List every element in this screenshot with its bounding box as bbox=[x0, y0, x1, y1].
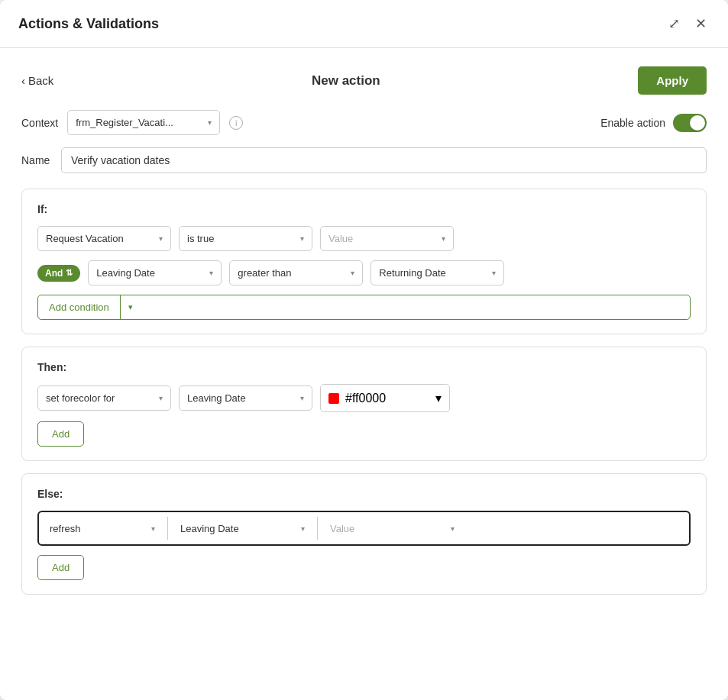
if-value-2-value: Returning Date bbox=[379, 267, 445, 279]
and-arrows-icon: ⇅ bbox=[66, 268, 73, 278]
then-field-select[interactable]: Leaving Date ▾ bbox=[179, 385, 312, 411]
and-label: And bbox=[45, 268, 63, 279]
chevron-down-icon: ▾ bbox=[435, 391, 442, 405]
else-field-select[interactable]: Leaving Date ▾ bbox=[176, 520, 309, 537]
then-color-select[interactable]: #ff0000 ▾ bbox=[320, 384, 450, 412]
else-section: Else: refresh ▾ Leaving Date ▾ Value ▾ A… bbox=[21, 473, 707, 595]
then-section: Then: set forecolor for ▾ Leaving Date ▾… bbox=[21, 347, 707, 461]
if-value-2-select[interactable]: Returning Date ▾ bbox=[370, 260, 504, 285]
chevron-down-icon: ▾ bbox=[209, 269, 213, 277]
else-row-divider bbox=[167, 517, 168, 540]
add-condition-button[interactable]: Add condition ▾ bbox=[37, 295, 691, 320]
else-value-select[interactable]: Value ▾ bbox=[325, 520, 459, 537]
add-condition-label: Add condition bbox=[38, 295, 121, 319]
chevron-down-icon: ▾ bbox=[159, 234, 163, 243]
if-field-2-value: Leaving Date bbox=[96, 267, 155, 279]
add-condition-chevron-icon: ▾ bbox=[121, 296, 141, 318]
header-icons: ⤢ ✕ bbox=[665, 12, 710, 35]
chevron-down-icon: ▾ bbox=[300, 234, 304, 243]
chevron-down-icon: ▾ bbox=[351, 269, 354, 277]
if-section: If: Request Vacation ▾ is true ▾ Value ▾ bbox=[21, 189, 707, 334]
else-action-select[interactable]: refresh ▾ bbox=[45, 520, 160, 537]
then-row-1: set forecolor for ▾ Leaving Date ▾ #ff00… bbox=[37, 384, 691, 412]
color-dot bbox=[328, 393, 339, 404]
context-chevron-icon: ▾ bbox=[208, 118, 212, 127]
then-label: Then: bbox=[37, 361, 691, 373]
if-operator-2-value: greater than bbox=[238, 267, 291, 279]
if-value-1-select[interactable]: Value ▾ bbox=[320, 226, 454, 251]
if-field-1-value: Request Vacation bbox=[46, 233, 124, 244]
if-field-1-select[interactable]: Request Vacation ▾ bbox=[37, 226, 171, 251]
context-label: Context bbox=[21, 117, 58, 129]
then-action-select[interactable]: set forecolor for ▾ bbox=[37, 385, 171, 411]
back-button[interactable]: ‹ Back bbox=[21, 74, 53, 87]
name-input[interactable] bbox=[61, 147, 707, 173]
and-badge[interactable]: And ⇅ bbox=[37, 265, 80, 282]
dialog-body: ‹ Back New action Apply Context frm_Regi… bbox=[0, 48, 728, 700]
back-label: Back bbox=[28, 74, 53, 87]
context-value: frm_Register_Vacati... bbox=[76, 117, 173, 128]
dialog-header: Actions & Validations ⤢ ✕ bbox=[0, 0, 728, 48]
chevron-down-icon: ▾ bbox=[492, 269, 496, 277]
dialog: Actions & Validations ⤢ ✕ ‹ Back New act… bbox=[0, 0, 728, 700]
context-select[interactable]: frm_Register_Vacati... ▾ bbox=[67, 110, 220, 135]
info-icon[interactable]: i bbox=[229, 116, 243, 130]
chevron-down-icon: ▾ bbox=[300, 394, 304, 402]
dialog-title: Actions & Validations bbox=[18, 16, 159, 32]
chevron-left-icon: ‹ bbox=[21, 74, 25, 87]
close-icon[interactable]: ✕ bbox=[692, 12, 710, 35]
else-action-value: refresh bbox=[50, 523, 80, 534]
context-row: Context frm_Register_Vacati... ▾ i Enabl… bbox=[21, 110, 707, 135]
enable-action-row: Enable action bbox=[600, 114, 707, 132]
toggle-knob bbox=[690, 115, 705, 131]
then-add-button[interactable]: Add bbox=[37, 421, 84, 447]
if-operator-2-select[interactable]: greater than ▾ bbox=[229, 260, 363, 285]
enable-action-label: Enable action bbox=[600, 117, 665, 129]
enable-action-toggle[interactable] bbox=[673, 114, 707, 132]
if-operator-1-value: is true bbox=[187, 233, 214, 244]
if-operator-1-select[interactable]: is true ▾ bbox=[179, 226, 312, 251]
else-value-placeholder: Value bbox=[330, 523, 354, 534]
expand-icon[interactable]: ⤢ bbox=[665, 12, 683, 35]
else-field-value: Leaving Date bbox=[180, 523, 239, 534]
name-label: Name bbox=[21, 154, 52, 166]
if-label: If: bbox=[37, 203, 691, 215]
else-add-button[interactable]: Add bbox=[37, 555, 84, 580]
chevron-down-icon: ▾ bbox=[151, 524, 155, 533]
then-action-value: set forecolor for bbox=[46, 392, 115, 404]
then-field-value: Leaving Date bbox=[187, 392, 246, 404]
context-left: Context frm_Register_Vacati... ▾ i bbox=[21, 110, 243, 135]
else-row-1: refresh ▾ Leaving Date ▾ Value ▾ bbox=[37, 511, 691, 546]
top-bar: ‹ Back New action Apply bbox=[21, 66, 707, 95]
page-title: New action bbox=[312, 73, 380, 89]
then-color-value: #ff0000 bbox=[345, 392, 386, 405]
else-row-divider2 bbox=[317, 517, 318, 540]
else-label: Else: bbox=[37, 488, 691, 500]
chevron-down-icon: ▾ bbox=[451, 524, 455, 533]
if-field-2-select[interactable]: Leaving Date ▾ bbox=[88, 260, 222, 285]
if-value-1-placeholder: Value bbox=[328, 233, 353, 244]
if-row-1: Request Vacation ▾ is true ▾ Value ▾ bbox=[37, 226, 691, 251]
chevron-down-icon: ▾ bbox=[442, 234, 445, 243]
name-row: Name bbox=[21, 147, 707, 173]
if-row-2: And ⇅ Leaving Date ▾ greater than ▾ Retu… bbox=[37, 260, 691, 285]
chevron-down-icon: ▾ bbox=[159, 394, 163, 402]
apply-button[interactable]: Apply bbox=[638, 66, 707, 95]
chevron-down-icon: ▾ bbox=[301, 524, 305, 533]
